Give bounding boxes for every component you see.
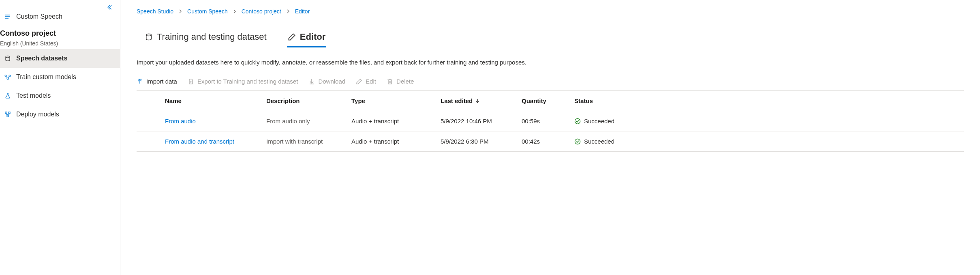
database-icon (4, 55, 11, 62)
sidebar-item-speech-datasets[interactable]: Speech datasets (0, 49, 120, 68)
tab-editor[interactable]: Editor (287, 29, 327, 47)
status-label: Succeeded (584, 118, 614, 125)
deploy-icon (4, 111, 11, 118)
svg-point-5 (9, 75, 11, 77)
sidebar-item-label: Deploy models (16, 111, 59, 118)
sidebar-item-label: Speech datasets (16, 55, 67, 62)
col-quantity[interactable]: Quantity (522, 97, 574, 104)
svg-rect-11 (7, 115, 9, 117)
tool-label: Export to Training and testing dataset (197, 78, 298, 85)
flask-icon (4, 92, 11, 99)
sidebar-section-label: Custom Speech (16, 13, 62, 20)
dataset-status: Succeeded (574, 138, 647, 145)
svg-point-3 (6, 56, 10, 58)
tab-label: Training and testing dataset (157, 32, 267, 42)
status-label: Succeeded (584, 138, 614, 145)
svg-point-16 (146, 34, 152, 36)
page-description: Import your uploaded datasets here to qu… (137, 59, 964, 66)
chevron-right-icon (178, 9, 182, 13)
col-label: Last edited (441, 97, 473, 104)
sidebar-item-test-models[interactable]: Test models (0, 86, 120, 105)
svg-rect-10 (9, 112, 10, 114)
svg-rect-9 (5, 112, 7, 114)
chevron-right-icon (286, 9, 290, 13)
dataset-name-link[interactable]: From audio and transcript (165, 138, 266, 145)
sidebar-item-train-models[interactable]: Train custom models (0, 68, 120, 86)
file-icon (188, 78, 194, 85)
dataset-description: Import with transcript (266, 138, 351, 145)
tool-label: Download (318, 78, 345, 85)
brain-icon (4, 74, 11, 80)
tab-label: Editor (300, 32, 326, 42)
upload-icon (137, 78, 143, 85)
breadcrumb: Speech Studio Custom Speech Contoso proj… (137, 8, 964, 15)
breadcrumb-link[interactable]: Custom Speech (187, 8, 228, 15)
tool-label: Import data (146, 78, 177, 85)
col-type[interactable]: Type (351, 97, 441, 104)
dataset-last-edited: 5/9/2022 6:30 PM (441, 138, 522, 145)
col-last-edited[interactable]: Last edited (441, 97, 522, 104)
svg-point-4 (5, 75, 6, 77)
database-icon (145, 33, 153, 41)
dataset-last-edited: 5/9/2022 10:46 PM (441, 118, 522, 125)
delete-button[interactable]: Delete (387, 78, 414, 85)
download-button[interactable]: Download (308, 78, 345, 85)
dataset-status: Succeeded (574, 118, 647, 125)
col-name[interactable]: Name (165, 97, 266, 104)
dataset-type: Audio + transcript (351, 118, 441, 125)
download-icon (308, 78, 315, 85)
table-header-row: Name Description Type Last edited Quanti… (137, 91, 964, 111)
edit-button[interactable]: Edit (356, 78, 376, 85)
success-icon (574, 138, 581, 145)
table-row[interactable]: From audio From audio only Audio + trans… (137, 111, 964, 131)
col-status[interactable]: Status (574, 97, 647, 104)
svg-rect-23 (388, 80, 392, 84)
list-icon (4, 13, 11, 20)
breadcrumb-link[interactable]: Contoso project (242, 8, 281, 15)
svg-line-7 (6, 77, 8, 78)
tool-label: Edit (366, 78, 376, 85)
sidebar-item-label: Train custom models (16, 73, 76, 81)
project-name: Contoso project (0, 29, 116, 38)
collapse-sidebar-button[interactable] (106, 4, 113, 11)
import-data-button[interactable]: Import data (137, 78, 177, 85)
success-icon (574, 118, 581, 125)
main-content: Speech Studio Custom Speech Contoso proj… (120, 0, 980, 275)
chevron-right-icon (233, 9, 237, 13)
datasets-table: Name Description Type Last edited Quanti… (137, 91, 964, 152)
svg-line-8 (8, 77, 9, 78)
pencil-icon (356, 78, 362, 85)
sidebar-item-deploy-models[interactable]: Deploy models (0, 105, 120, 124)
breadcrumb-link[interactable]: Editor (295, 8, 310, 15)
tool-label: Delete (396, 78, 414, 85)
sidebar-item-label: Test models (16, 92, 51, 99)
project-header: Contoso project English (United States) (0, 29, 120, 49)
sidebar: Custom Speech Contoso project English (U… (0, 0, 120, 275)
col-description[interactable]: Description (266, 97, 351, 104)
dataset-quantity: 00:59s (522, 118, 574, 125)
export-button[interactable]: Export to Training and testing dataset (188, 78, 298, 85)
tab-training-dataset[interactable]: Training and testing dataset (144, 29, 267, 47)
breadcrumb-link[interactable]: Speech Studio (137, 8, 173, 15)
toolbar: Import data Export to Training and testi… (137, 78, 964, 91)
trash-icon (387, 78, 393, 85)
table-row[interactable]: From audio and transcript Import with tr… (137, 131, 964, 152)
dataset-name-link[interactable]: From audio (165, 118, 266, 125)
sort-desc-icon (475, 99, 480, 103)
project-language: English (United States) (0, 40, 116, 47)
pencil-icon (288, 33, 296, 41)
dataset-type: Audio + transcript (351, 138, 441, 145)
sidebar-section[interactable]: Custom Speech (0, 4, 120, 29)
tabs: Training and testing dataset Editor (144, 29, 964, 47)
dataset-quantity: 00:42s (522, 138, 574, 145)
dataset-description: From audio only (266, 118, 351, 125)
